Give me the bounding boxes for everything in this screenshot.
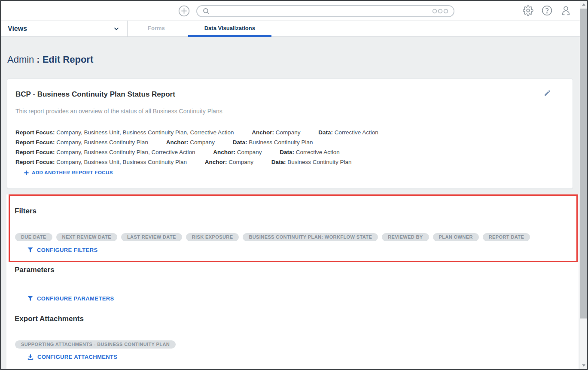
tab-data-visualizations-label: Data Visualizations — [204, 25, 255, 31]
help-icon[interactable] — [542, 5, 552, 16]
funnel-icon — [27, 296, 33, 301]
focus-label: Report Focus: — [15, 129, 55, 136]
page-title-separator: : — [37, 54, 40, 65]
attachment-chip: SUPPORTING ATTACHMENTS - BUSINESS CONTIN… — [15, 340, 176, 349]
filter-chip: DUE DATE — [15, 233, 52, 241]
focus-label: Report Focus: — [15, 149, 55, 155]
download-icon — [27, 354, 34, 360]
anchor-value: Company — [228, 159, 253, 165]
configure-attachments-label: CONFIGURE ATTACHMENTS — [37, 354, 118, 360]
report-focus-row: Report Focus: Company, Business Continui… — [15, 137, 378, 147]
ellipsis-icon[interactable] — [432, 9, 448, 14]
configure-filters-button[interactable]: CONFIGURE FILTERS — [27, 247, 98, 253]
page-title-main: Edit Report — [43, 54, 94, 65]
filter-chip: PLAN OWNER — [433, 233, 479, 241]
add-report-focus-label: ADD ANOTHER REPORT FOCUS — [32, 170, 113, 175]
data-value: Corrective Action — [296, 149, 340, 155]
funnel-icon — [27, 247, 33, 253]
add-icon[interactable] — [178, 5, 190, 18]
tab-forms[interactable]: Forms — [128, 21, 185, 37]
page-title: Admin:Edit Report — [7, 54, 93, 65]
configure-parameters-label: CONFIGURE PARAMETERS — [37, 295, 114, 302]
triangle-up-icon — [582, 3, 585, 6]
plus-icon — [24, 170, 29, 175]
gear-icon[interactable] — [523, 5, 533, 16]
focus-value: Company, Business Continuity Plan, Corre… — [56, 149, 195, 155]
data-value: Business Continuity Plan — [249, 139, 313, 146]
secondary-nav-bar: Views Forms Data Visualizations — [1, 21, 580, 37]
triangle-down-icon — [582, 364, 585, 367]
search-bar[interactable] — [196, 5, 454, 17]
views-dropdown-label: Views — [8, 25, 113, 33]
focus-label: Report Focus: — [15, 159, 55, 165]
filter-chip: REPORT DATE — [483, 233, 530, 241]
anchor-value: Company — [276, 129, 301, 136]
configure-attachments-button[interactable]: CONFIGURE ATTACHMENTS — [27, 354, 118, 360]
data-value: Corrective Action — [335, 129, 378, 136]
report-focus-row: Report Focus: Company, Business Continui… — [15, 147, 378, 157]
anchor-value: Company — [190, 139, 215, 146]
anchor-label: Anchor: — [213, 149, 235, 155]
data-label: Data: — [233, 139, 247, 146]
tab-data-visualizations[interactable]: Data Visualizations — [185, 21, 275, 37]
attachment-chip-row: SUPPORTING ATTACHMENTS - BUSINESS CONTIN… — [15, 340, 176, 349]
report-title: BCP - Business Continuity Plan Status Re… — [15, 90, 175, 99]
pencil-icon[interactable] — [544, 89, 551, 98]
add-report-focus-button[interactable]: ADD ANOTHER REPORT FOCUS — [24, 170, 113, 175]
anchor-label: Anchor: — [166, 139, 189, 146]
anchor-label: Anchor: — [252, 129, 274, 136]
filters-heading: Filters — [15, 207, 37, 215]
vertical-scrollbar[interactable] — [580, 1, 587, 369]
report-focus-list: Report Focus: Company, Business Unit, Bu… — [15, 127, 378, 167]
data-value: Business Continuity Plan — [287, 159, 351, 165]
filter-chip: NEXT REVIEW DATE — [56, 233, 117, 241]
data-label: Data: — [280, 149, 294, 155]
active-tab-indicator — [188, 35, 271, 37]
anchor-label: Anchor: — [205, 159, 227, 165]
scroll-up-button[interactable] — [580, 1, 587, 8]
report-config-section: Filters DUE DATE NEXT REVIEW DATE LAST R… — [6, 194, 579, 369]
profile-icon[interactable] — [561, 5, 571, 16]
filter-chip: RISK EXPOSURE — [186, 233, 239, 241]
configure-filters-label: CONFIGURE FILTERS — [37, 247, 98, 253]
report-focus-row: Report Focus: Company, Business Unit, Bu… — [15, 127, 378, 137]
focus-value: Company, Business Continuity Plan — [56, 139, 148, 146]
filter-chip: REVIEWED BY — [382, 233, 429, 241]
report-focus-row: Report Focus: Company, Business Unit, Bu… — [15, 157, 378, 167]
tab-forms-label: Forms — [148, 25, 165, 31]
parameters-heading: Parameters — [15, 266, 55, 274]
report-summary-card: BCP - Business Continuity Plan Status Re… — [7, 79, 573, 189]
top-app-bar — [1, 1, 580, 20]
search-icon — [202, 7, 210, 15]
page-title-prefix: Admin — [7, 54, 34, 65]
scrollbar-thumb[interactable] — [580, 9, 587, 318]
filter-chip: LAST REVIEW DATE — [121, 233, 182, 241]
views-dropdown[interactable]: Views — [1, 21, 128, 37]
focus-label: Report Focus: — [15, 139, 55, 146]
scroll-down-button[interactable] — [580, 362, 587, 369]
focus-value: Company, Business Unit, Business Continu… — [56, 159, 187, 165]
data-label: Data: — [318, 129, 333, 136]
filter-chip: BUSINESS CONTINUITY PLAN: WORKFLOW STATE — [243, 233, 378, 241]
export-attachments-heading: Export Attachments — [15, 315, 84, 323]
report-description: This report provides an overview of the … — [15, 108, 222, 115]
anchor-value: Company — [237, 149, 262, 155]
focus-value: Company, Business Unit, Business Continu… — [56, 129, 234, 136]
search-input[interactable] — [213, 8, 432, 15]
configure-parameters-button[interactable]: CONFIGURE PARAMETERS — [27, 295, 114, 302]
filter-chip-row: DUE DATE NEXT REVIEW DATE LAST REVIEW DA… — [15, 233, 530, 241]
chevron-down-icon — [113, 25, 120, 33]
data-label: Data: — [271, 159, 286, 165]
